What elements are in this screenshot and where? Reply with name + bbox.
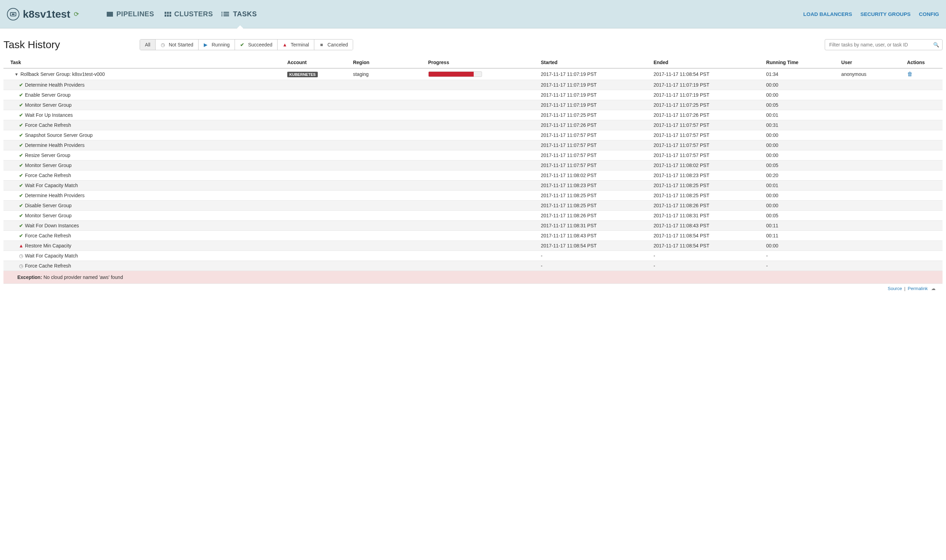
user: anonymous bbox=[841, 71, 866, 77]
started: 2017-11-17 11:07:26 PST bbox=[541, 122, 597, 128]
started: 2017-11-17 11:08:26 PST bbox=[541, 213, 597, 218]
chevron-down-icon[interactable]: ▾ bbox=[15, 71, 18, 77]
nav-load-balancers[interactable]: LOAD BALANCERS bbox=[803, 11, 852, 17]
task-row[interactable]: ✔Determine Health Providers2017-11-17 11… bbox=[3, 80, 943, 90]
running-time: 00:00 bbox=[766, 203, 778, 208]
ended: 2017-11-17 11:07:25 PST bbox=[654, 102, 709, 108]
task-name: Force Cache Refresh bbox=[25, 233, 71, 238]
ended: 2017-11-17 11:08:31 PST bbox=[654, 213, 709, 218]
refresh-icon[interactable]: ⟳ bbox=[74, 11, 79, 18]
task-row[interactable]: ✔Resize Server Group2017-11-17 11:07:57 … bbox=[3, 151, 943, 160]
search-input[interactable] bbox=[825, 39, 943, 50]
filter-group: All◷Not Started▶Running✔Succeeded▲Termin… bbox=[140, 39, 353, 50]
running-time: 00:11 bbox=[766, 223, 778, 228]
search-wrap: 🔍 bbox=[825, 39, 943, 50]
started: 2017-11-17 11:07:19 PST bbox=[541, 92, 597, 98]
task-row[interactable]: ✔Enable Server Group2017-11-17 11:07:19 … bbox=[3, 90, 943, 100]
trash-icon[interactable]: 🗑 bbox=[907, 71, 913, 77]
tab-pipelines[interactable]: PIPELINES bbox=[107, 0, 154, 28]
col-region[interactable]: Region bbox=[351, 57, 426, 68]
nav-config[interactable]: CONFIG bbox=[919, 11, 939, 17]
ended: 2017-11-17 11:08:25 PST bbox=[654, 193, 709, 198]
started: 2017-11-17 11:08:54 PST bbox=[541, 243, 597, 248]
task-row[interactable]: ✔Disable Server Group2017-11-17 11:08:25… bbox=[3, 201, 943, 211]
task-name: Wait For Capacity Match bbox=[25, 183, 78, 188]
ended: 2017-11-17 11:07:19 PST bbox=[654, 92, 709, 98]
started: 2017-11-17 11:08:02 PST bbox=[541, 172, 597, 178]
filter-terminal[interactable]: ▲Terminal bbox=[278, 40, 314, 50]
tab-tasks[interactable]: TASKS bbox=[223, 0, 257, 28]
started: 2017-11-17 11:07:19 PST bbox=[541, 71, 597, 77]
succeeded-icon: ✔ bbox=[19, 163, 23, 168]
col-progress[interactable]: Progress bbox=[426, 57, 539, 68]
ended: 2017-11-17 11:07:57 PST bbox=[654, 142, 709, 148]
task-row[interactable]: ✔Monitor Server Group2017-11-17 11:08:26… bbox=[3, 211, 943, 221]
filter-canceled[interactable]: ■Canceled bbox=[314, 40, 353, 50]
ended: 2017-11-17 11:07:57 PST bbox=[654, 132, 709, 138]
col-actions[interactable]: Actions bbox=[905, 57, 943, 68]
task-name: Monitor Server Group bbox=[25, 163, 72, 168]
filter-running[interactable]: ▶Running bbox=[198, 40, 235, 50]
cloud-icon[interactable]: ☁ bbox=[931, 286, 935, 291]
running-time: 00:11 bbox=[766, 233, 778, 238]
footer: Source | Permalink ☁ bbox=[3, 284, 943, 293]
progress-fill bbox=[429, 72, 474, 77]
task-row[interactable]: ✔Determine Health Providers2017-11-17 11… bbox=[3, 191, 943, 201]
started: - bbox=[541, 263, 543, 269]
task-row[interactable]: ✔Wait For Up Instances2017-11-17 11:07:2… bbox=[3, 110, 943, 120]
task-row[interactable]: ✔Monitor Server Group2017-11-17 11:07:57… bbox=[3, 160, 943, 171]
task-name: Determine Health Providers bbox=[25, 193, 85, 198]
started: 2017-11-17 11:07:19 PST bbox=[541, 82, 597, 88]
canceled-icon: ■ bbox=[319, 42, 324, 48]
task-name: Monitor Server Group bbox=[25, 102, 72, 108]
task-row[interactable]: ✔Snapshot Source Server Group2017-11-17 … bbox=[3, 130, 943, 140]
started: 2017-11-17 11:07:57 PST bbox=[541, 163, 597, 168]
ended: 2017-11-17 11:08:02 PST bbox=[654, 163, 709, 168]
task-row[interactable]: ✔Force Cache Refresh2017-11-17 11:08:43 … bbox=[3, 231, 943, 241]
table-header: Task Account Region Progress Started End… bbox=[3, 57, 943, 68]
task-row-parent[interactable]: ▾ Rollback Server Group: k8sv1test-v000K… bbox=[3, 68, 943, 80]
col-ended[interactable]: Ended bbox=[651, 57, 764, 68]
clusters-icon bbox=[165, 12, 171, 17]
started: 2017-11-17 11:08:25 PST bbox=[541, 203, 597, 208]
task-row[interactable]: ✔Force Cache Refresh2017-11-17 11:07:26 … bbox=[3, 120, 943, 130]
task-row[interactable]: ✔Force Cache Refresh2017-11-17 11:08:02 … bbox=[3, 171, 943, 180]
footer-permalink[interactable]: Permalink bbox=[908, 286, 928, 291]
task-row[interactable]: ◷Force Cache Refresh--- bbox=[3, 261, 943, 271]
task-row[interactable]: ✔Wait For Capacity Match2017-11-17 11:08… bbox=[3, 180, 943, 191]
running-time: 00:00 bbox=[766, 243, 778, 248]
task-row[interactable]: ✔Determine Health Providers2017-11-17 11… bbox=[3, 140, 943, 151]
footer-source[interactable]: Source bbox=[888, 286, 902, 291]
right-nav: LOAD BALANCERS SECURITY GROUPS CONFIG bbox=[803, 11, 939, 17]
succeeded-icon: ✔ bbox=[19, 92, 23, 98]
nav-security-groups[interactable]: SECURITY GROUPS bbox=[860, 11, 911, 17]
col-user[interactable]: User bbox=[839, 57, 905, 68]
col-running[interactable]: Running Time bbox=[764, 57, 839, 68]
app-logo-icon[interactable] bbox=[7, 8, 19, 20]
filter-succeeded[interactable]: ✔Succeeded bbox=[235, 40, 278, 50]
search-icon[interactable]: 🔍 bbox=[933, 42, 939, 48]
col-started[interactable]: Started bbox=[539, 57, 651, 68]
tab-clusters-label: CLUSTERS bbox=[174, 10, 213, 18]
task-row[interactable]: ◷Wait For Capacity Match--- bbox=[3, 251, 943, 261]
app-name[interactable]: k8sv1test bbox=[23, 8, 70, 20]
filter-not-started[interactable]: ◷Not Started bbox=[155, 40, 198, 50]
started: 2017-11-17 11:07:19 PST bbox=[541, 102, 597, 108]
succeeded-icon: ✔ bbox=[19, 193, 23, 198]
running-time: 01:34 bbox=[766, 71, 778, 77]
title-row: Task History All◷Not Started▶Running✔Suc… bbox=[3, 35, 943, 57]
task-row[interactable]: ✔Wait For Down Instances2017-11-17 11:08… bbox=[3, 221, 943, 231]
running-time: 00:05 bbox=[766, 163, 778, 168]
tab-clusters[interactable]: CLUSTERS bbox=[165, 0, 213, 28]
progress-bar bbox=[428, 71, 482, 77]
filter-all[interactable]: All bbox=[140, 40, 155, 50]
task-row[interactable]: ✔Monitor Server Group2017-11-17 11:07:19… bbox=[3, 100, 943, 110]
col-task[interactable]: Task bbox=[3, 57, 285, 68]
task-name: Wait For Down Instances bbox=[25, 223, 79, 228]
col-account[interactable]: Account bbox=[285, 57, 351, 68]
filter-label: Running bbox=[212, 42, 230, 48]
ended: 2017-11-17 11:08:54 PST bbox=[654, 243, 709, 248]
task-row[interactable]: ▲Restore Min Capacity2017-11-17 11:08:54… bbox=[3, 241, 943, 251]
task-name: Monitor Server Group bbox=[25, 213, 72, 218]
running-time: 00:20 bbox=[766, 172, 778, 178]
